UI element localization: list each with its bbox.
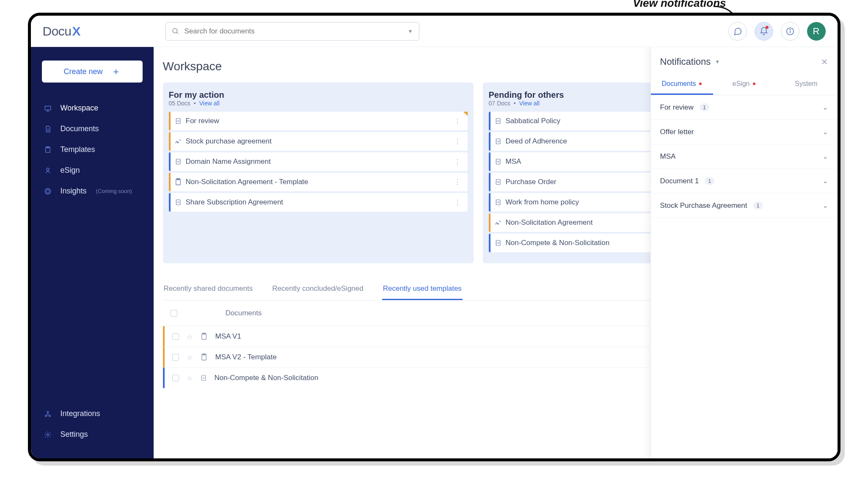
tab-dot-icon: [753, 83, 755, 85]
search-input[interactable]: [185, 27, 408, 36]
row-menu-button[interactable]: ⋮: [452, 158, 463, 166]
row-menu-button[interactable]: ⋮: [452, 138, 463, 146]
svg-point-0: [173, 28, 177, 33]
notification-count-badge: 1: [753, 201, 763, 210]
close-button[interactable]: [821, 58, 828, 66]
doc-icon: W: [490, 117, 506, 125]
notifications-button[interactable]: [755, 22, 773, 41]
document-icon: [43, 125, 53, 133]
star-icon[interactable]: ☆: [187, 333, 193, 341]
card-title: Pending for others: [489, 90, 564, 100]
row-menu-button[interactable]: ⋮: [452, 199, 463, 207]
row-menu-button[interactable]: ⋮: [452, 178, 463, 186]
create-new-button[interactable]: Create new ＋: [42, 61, 143, 83]
notification-item[interactable]: Document 1 1 ⌄: [651, 169, 838, 193]
header-actions: R: [728, 22, 826, 41]
svg-text:W: W: [497, 120, 499, 122]
svg-point-13: [46, 190, 50, 193]
app-frame: DocuX ▼ R Create new ＋: [28, 13, 840, 461]
notifications-title: Notifications ▼: [660, 56, 821, 67]
sidebar-item-label: eSign: [61, 166, 80, 175]
integrations-icon: [43, 410, 53, 418]
row-name: MSA V2 - Template: [215, 353, 277, 361]
sidebar-item-settings[interactable]: Settings: [39, 424, 146, 445]
row-checkbox[interactable]: [172, 354, 179, 361]
doc-row[interactable]: W For review ⋮: [169, 112, 468, 130]
notification-tab[interactable]: System: [775, 74, 838, 95]
notification-tab[interactable]: Documents: [651, 74, 713, 95]
row-menu-button[interactable]: ⋮: [452, 117, 463, 125]
star-icon[interactable]: ☆: [187, 353, 193, 361]
doc-icon: W: [171, 117, 186, 125]
svg-point-18: [47, 433, 49, 436]
chevron-down-icon: ⌄: [822, 127, 828, 136]
search-box[interactable]: ▼: [165, 22, 419, 41]
sidebar-item-integrations[interactable]: Integrations: [39, 403, 146, 424]
svg-text:W: W: [497, 181, 499, 183]
select-all-checkbox[interactable]: [171, 310, 177, 317]
notification-item[interactable]: Stock Purchase Agreement 1 ⌄: [651, 193, 838, 218]
info-button[interactable]: [781, 22, 799, 41]
logo-text: Docu: [43, 24, 72, 39]
recent-tab[interactable]: Recently used templates: [382, 278, 463, 300]
view-all-link[interactable]: View all: [519, 100, 540, 107]
doc-icon: W: [490, 239, 506, 247]
notification-item[interactable]: For review 1 ⌄: [651, 95, 838, 120]
row-checkbox[interactable]: [172, 375, 179, 381]
doc-row-label: For review: [186, 117, 452, 125]
doc-icon: W: [200, 374, 207, 382]
doc-row[interactable]: Stock purchase agreement ⋮: [169, 132, 468, 151]
sidebar-item-label: Workspace: [61, 104, 99, 113]
svg-text:W: W: [202, 377, 205, 379]
sidebar-item-insights[interactable]: Insights (Coming soon): [39, 181, 146, 201]
notifications-panel: Notifications ▼ DocumentseSignSystem For…: [650, 47, 838, 458]
svg-text:W: W: [497, 201, 499, 204]
notification-tab-label: System: [795, 80, 817, 88]
svg-text:W: W: [497, 242, 499, 244]
notification-item-label: For review: [660, 103, 694, 112]
svg-text:W: W: [177, 160, 179, 163]
user-avatar[interactable]: R: [807, 22, 826, 41]
logo-mark: X: [72, 24, 81, 39]
chevron-down-icon: ⌄: [822, 103, 828, 112]
svg-point-4: [790, 29, 791, 30]
sidebar-item-label: Settings: [61, 430, 88, 439]
notification-tab[interactable]: eSign: [713, 74, 775, 95]
doc-icon: W: [490, 199, 506, 206]
star-icon[interactable]: ☆: [187, 374, 193, 382]
close-icon: [821, 58, 828, 66]
doc-row-label: Stock purchase agreement: [186, 137, 452, 146]
notification-item[interactable]: Offer letter ⌄: [651, 120, 838, 144]
recent-tab[interactable]: Recently concluded/eSigned: [271, 278, 364, 300]
workspace-card: For my action 05 Docs • View all W For r…: [163, 83, 474, 263]
chat-button[interactable]: [728, 22, 747, 41]
doc-row[interactable]: W Domain Name Assignment ⋮: [169, 152, 468, 171]
chevron-down-icon[interactable]: ▼: [715, 59, 720, 65]
notification-item[interactable]: MSA ⌄: [651, 144, 838, 169]
notification-tabs: DocumentseSignSystem: [651, 74, 838, 95]
plus-icon: ＋: [111, 65, 121, 78]
card-title: For my action: [169, 90, 224, 100]
svg-text:W: W: [497, 140, 499, 143]
doc-row[interactable]: Non-Solicitation Agreement - Template ⋮: [169, 173, 468, 191]
card-count: 07 Docs: [489, 100, 510, 107]
app-header: DocuX ▼ R: [31, 16, 838, 47]
doc-icon: W: [490, 178, 506, 186]
notification-tab-label: eSign: [733, 80, 750, 88]
sidebar-item-templates[interactable]: Templates: [39, 139, 146, 160]
search-dropdown-icon[interactable]: ▼: [408, 28, 413, 34]
sidebar-item-esign[interactable]: eSign: [39, 160, 146, 181]
doc-icon: W: [171, 158, 186, 165]
sidebar-item-documents[interactable]: Documents: [39, 119, 146, 139]
view-all-link[interactable]: View all: [199, 100, 220, 107]
row-name: MSA V1: [215, 332, 241, 341]
svg-rect-5: [45, 106, 51, 110]
svg-point-12: [47, 168, 49, 171]
sidebar-item-workspace[interactable]: Workspace: [39, 98, 146, 119]
chevron-down-icon: ⌄: [822, 152, 828, 161]
doc-row[interactable]: W Share Subscription Agreement ⋮: [169, 193, 468, 212]
sidebar-item-label: Documents: [61, 124, 99, 133]
recent-tab[interactable]: Recently shared documents: [163, 278, 254, 300]
row-checkbox[interactable]: [172, 333, 179, 340]
notification-dot-icon: [766, 26, 769, 29]
